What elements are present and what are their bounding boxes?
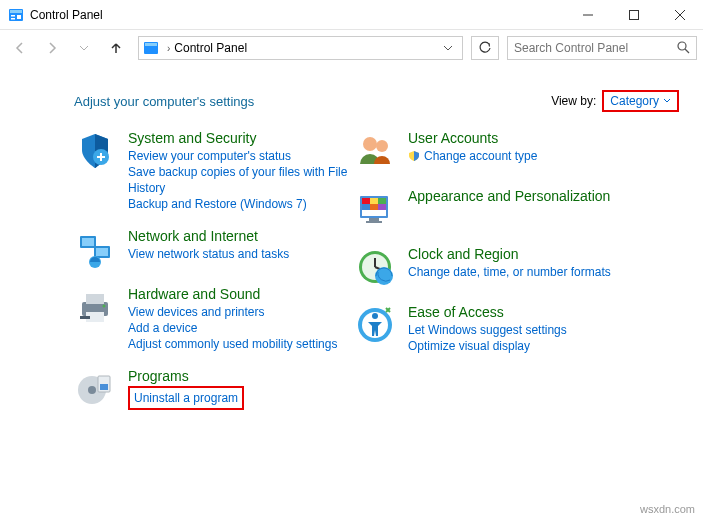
svg-rect-35 xyxy=(370,198,378,204)
category-link[interactable]: Let Windows suggest settings xyxy=(408,322,634,338)
svg-line-12 xyxy=(685,49,689,53)
window-title: Control Panel xyxy=(30,8,565,22)
highlighted-link: Uninstall a program xyxy=(128,386,244,410)
category-link[interactable]: Adjust commonly used mobility settings xyxy=(128,336,354,352)
category-title[interactable]: Programs xyxy=(128,368,354,384)
recent-button[interactable] xyxy=(70,34,98,62)
svg-rect-4 xyxy=(17,15,21,19)
svg-rect-2 xyxy=(11,15,15,17)
category-link[interactable]: Optimize visual display xyxy=(408,338,634,354)
category-hardware: Hardware and Sound View devices and prin… xyxy=(74,286,354,352)
category-title[interactable]: Network and Internet xyxy=(128,228,354,244)
svg-rect-6 xyxy=(630,10,639,19)
category-link[interactable]: Change account type xyxy=(424,148,537,164)
network-icon xyxy=(74,228,116,270)
forward-button[interactable] xyxy=(38,34,66,62)
svg-point-46 xyxy=(375,267,393,285)
address-dropdown-icon[interactable] xyxy=(438,43,458,53)
svg-rect-36 xyxy=(378,198,386,204)
close-button[interactable] xyxy=(657,0,703,30)
category-title[interactable]: Clock and Region xyxy=(408,246,634,262)
category-link[interactable]: Review your computer's status xyxy=(128,148,354,164)
category-title[interactable]: Hardware and Sound xyxy=(128,286,354,302)
left-column: System and Security Review your computer… xyxy=(74,130,354,426)
category-title[interactable]: System and Security xyxy=(128,130,354,146)
svg-rect-39 xyxy=(378,204,386,210)
minimize-button[interactable] xyxy=(565,0,611,30)
svg-rect-25 xyxy=(80,316,90,319)
category-network: Network and Internet View network status… xyxy=(74,228,354,270)
back-button[interactable] xyxy=(6,34,34,62)
svg-rect-38 xyxy=(370,204,378,210)
chevron-down-icon xyxy=(663,97,671,105)
appearance-icon xyxy=(354,188,396,230)
viewby-dropdown[interactable]: Category xyxy=(602,90,679,112)
viewby-wrap: View by: Category xyxy=(551,90,679,112)
svg-rect-37 xyxy=(362,204,370,210)
svg-rect-10 xyxy=(145,43,157,46)
clock-icon xyxy=(354,246,396,288)
category-title[interactable]: Appearance and Personalization xyxy=(408,188,634,204)
category-link[interactable]: View network status and tasks xyxy=(128,246,354,262)
maximize-button[interactable] xyxy=(611,0,657,30)
svg-rect-19 xyxy=(96,248,108,256)
printer-icon xyxy=(74,286,116,328)
uninstall-program-link[interactable]: Uninstall a program xyxy=(134,391,238,405)
navigation-bar: › Control Panel xyxy=(0,30,703,66)
shield-icon xyxy=(74,130,116,172)
svg-rect-17 xyxy=(82,238,94,246)
categories: System and Security Review your computer… xyxy=(0,112,703,426)
category-appearance: Appearance and Personalization xyxy=(354,188,634,230)
user-accounts-icon xyxy=(354,130,396,172)
category-link[interactable]: Add a device xyxy=(128,320,354,336)
svg-point-24 xyxy=(103,305,106,308)
right-column: User Accounts Change account type Appear… xyxy=(354,130,634,426)
refresh-button[interactable] xyxy=(471,36,499,60)
up-button[interactable] xyxy=(102,34,130,62)
control-panel-icon xyxy=(8,7,24,23)
search-box[interactable] xyxy=(507,36,697,60)
svg-rect-29 xyxy=(100,384,108,390)
viewby-value: Category xyxy=(610,94,659,108)
svg-point-31 xyxy=(376,140,388,152)
category-clock-region: Clock and Region Change date, time, or n… xyxy=(354,246,634,288)
uac-shield-icon xyxy=(408,150,420,162)
breadcrumb[interactable]: Control Panel xyxy=(174,41,438,55)
category-ease-access: Ease of Access Let Windows suggest setti… xyxy=(354,304,634,354)
viewby-label: View by: xyxy=(551,94,596,108)
svg-point-27 xyxy=(88,386,96,394)
page-title: Adjust your computer's settings xyxy=(74,94,254,109)
svg-rect-40 xyxy=(369,218,379,221)
svg-point-49 xyxy=(372,313,378,319)
svg-rect-41 xyxy=(366,221,382,223)
search-icon[interactable] xyxy=(676,40,690,57)
category-link[interactable]: Change date, time, or number formats xyxy=(408,264,634,280)
breadcrumb-chevron-icon: › xyxy=(167,43,170,54)
content-header: Adjust your computer's settings View by:… xyxy=(0,90,703,112)
svg-rect-1 xyxy=(10,10,22,13)
category-system-security: System and Security Review your computer… xyxy=(74,130,354,212)
search-input[interactable] xyxy=(514,41,676,55)
svg-point-30 xyxy=(363,137,377,151)
category-link[interactable]: Save backup copies of your files with Fi… xyxy=(128,164,354,196)
svg-rect-22 xyxy=(86,294,104,304)
svg-point-11 xyxy=(678,42,686,50)
category-link[interactable]: Backup and Restore (Windows 7) xyxy=(128,196,354,212)
category-title[interactable]: Ease of Access xyxy=(408,304,634,320)
titlebar: Control Panel xyxy=(0,0,703,30)
ease-access-icon xyxy=(354,304,396,346)
category-title[interactable]: User Accounts xyxy=(408,130,634,146)
window-controls xyxy=(565,0,703,30)
svg-rect-3 xyxy=(11,18,15,20)
svg-rect-15 xyxy=(100,153,102,161)
category-user-accounts: User Accounts Change account type xyxy=(354,130,634,172)
watermark: wsxdn.com xyxy=(640,503,695,515)
programs-icon xyxy=(74,368,116,410)
svg-rect-34 xyxy=(362,198,370,204)
category-link[interactable]: View devices and printers xyxy=(128,304,354,320)
address-icon xyxy=(143,40,159,56)
address-bar[interactable]: › Control Panel xyxy=(138,36,463,60)
category-programs: Programs Uninstall a program xyxy=(74,368,354,410)
